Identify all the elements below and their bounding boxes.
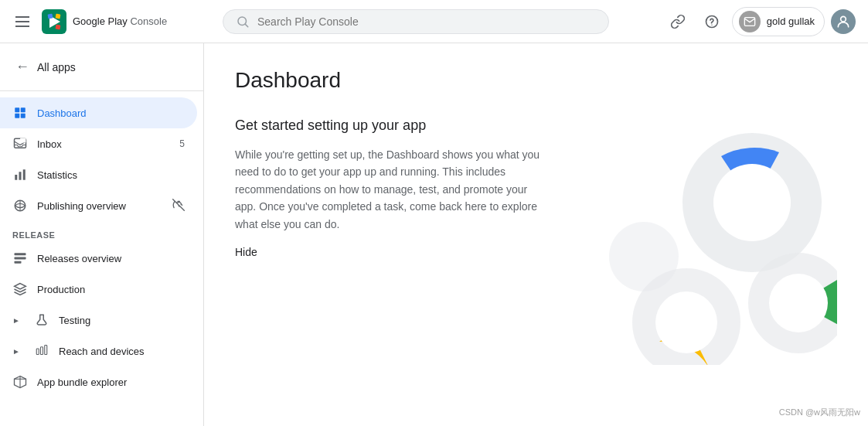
svg-rect-23: [15, 261, 22, 264]
testing-icon: [34, 312, 49, 328]
svg-point-36: [609, 222, 679, 291]
svg-rect-3: [56, 13, 61, 19]
logo-text: Google Play Console: [73, 15, 167, 27]
logo-area: Google Play Console: [42, 9, 167, 34]
production-icon: [12, 281, 28, 297]
svg-point-8: [711, 24, 712, 25]
app-header: Google Play Console: [0, 0, 868, 43]
statistics-icon: [12, 167, 28, 182]
reach-expand-arrow: ►: [12, 347, 22, 356]
svg-rect-25: [36, 349, 39, 355]
app-bundle-label: App bundle explorer: [37, 377, 127, 388]
card-text: Get started setting up your app While yo…: [235, 118, 543, 259]
svg-rect-15: [20, 138, 26, 143]
svg-point-33: [769, 274, 828, 332]
svg-rect-17: [19, 172, 22, 180]
link-button[interactable]: [664, 8, 692, 36]
play-console-logo-icon: [42, 9, 66, 34]
search-bar[interactable]: [223, 9, 609, 34]
sidebar-item-dashboard[interactable]: Dashboard: [0, 97, 197, 128]
main-content: Dashboard Get started setting up your ap…: [204, 43, 868, 426]
watermark: CSDN @w风雨无阳w: [779, 407, 860, 418]
card-description: While you're getting set up, the Dashboa…: [235, 146, 543, 233]
sidebar-item-testing[interactable]: ► Testing: [0, 305, 197, 336]
sidebar: ← All apps Dashboard: [0, 43, 204, 426]
back-arrow-icon: ←: [15, 59, 29, 75]
app-bundle-icon: [12, 374, 28, 390]
publishing-overview-label: Publishing overview: [37, 200, 126, 212]
link-icon: [670, 14, 686, 29]
sidebar-item-releases-overview[interactable]: Releases overview: [0, 243, 197, 274]
testing-expand-arrow: ►: [12, 316, 22, 325]
svg-point-9: [841, 16, 846, 22]
search-input[interactable]: [257, 15, 596, 28]
svg-rect-18: [23, 169, 26, 180]
notification-icon: [739, 11, 761, 32]
svg-line-6: [245, 24, 247, 26]
sidebar-item-publishing-overview[interactable]: Publishing overview: [0, 190, 197, 221]
all-apps-label: All apps: [37, 61, 76, 73]
svg-rect-16: [15, 175, 17, 180]
svg-point-35: [655, 291, 717, 353]
statistics-label: Statistics: [37, 169, 77, 181]
header-actions: gold gullak: [664, 7, 856, 36]
help-icon: [704, 14, 720, 29]
svg-rect-21: [15, 253, 26, 255]
svg-rect-4: [56, 24, 61, 29]
svg-rect-22: [15, 257, 26, 260]
main-layout: ← All apps Dashboard: [0, 43, 868, 426]
svg-rect-11: [21, 107, 26, 112]
sidebar-item-production[interactable]: Production: [0, 274, 197, 305]
production-label: Production: [37, 284, 85, 295]
person-icon: [836, 14, 851, 29]
header-left: Google Play Console: [12, 9, 213, 34]
sidebar-item-reach-and-devices[interactable]: ► Reach and devices: [0, 336, 197, 366]
sidebar-item-statistics[interactable]: Statistics: [0, 159, 197, 190]
sidebar-item-app-bundle-explorer[interactable]: App bundle explorer: [0, 366, 197, 397]
reach-icon: [34, 343, 49, 359]
publishing-badge-icon: [172, 199, 185, 213]
chart-illustration: [574, 118, 837, 365]
all-apps-button[interactable]: ← All apps: [6, 53, 197, 81]
inbox-badge: 5: [179, 138, 185, 149]
dashboard-icon: [12, 105, 28, 121]
dashboard-card: Get started setting up your app While yo…: [235, 118, 837, 365]
testing-label: Testing: [59, 315, 90, 326]
page-title: Dashboard: [235, 68, 837, 93]
reach-label: Reach and devices: [59, 346, 145, 357]
dashboard-chart-svg: [574, 118, 837, 365]
release-section-label: Release: [0, 221, 203, 243]
svg-rect-10: [15, 107, 19, 112]
main-nav: Dashboard Inbox 5: [0, 91, 203, 404]
sidebar-item-inbox[interactable]: Inbox 5: [0, 128, 197, 159]
svg-rect-2: [48, 13, 53, 19]
dashboard-label: Dashboard: [37, 107, 87, 119]
svg-point-31: [713, 164, 791, 241]
inbox-icon: [12, 136, 28, 152]
user-area[interactable]: gold gullak: [732, 7, 825, 36]
card-title: Get started setting up your app: [235, 118, 543, 134]
svg-rect-27: [45, 346, 47, 355]
hamburger-menu[interactable]: [12, 13, 32, 30]
releases-overview-icon: [12, 250, 28, 266]
inbox-label: Inbox: [37, 138, 62, 150]
svg-rect-26: [41, 347, 43, 355]
sidebar-top: ← All apps: [0, 43, 203, 91]
account-avatar[interactable]: [831, 9, 856, 34]
publishing-overview-icon: [12, 198, 28, 213]
hide-link[interactable]: Hide: [235, 246, 257, 258]
svg-rect-12: [15, 114, 19, 118]
search-icon: [236, 15, 250, 29]
releases-overview-label: Releases overview: [37, 253, 121, 264]
help-button[interactable]: [698, 8, 726, 36]
svg-rect-13: [21, 114, 26, 118]
user-name-label: gold gullak: [767, 15, 815, 27]
